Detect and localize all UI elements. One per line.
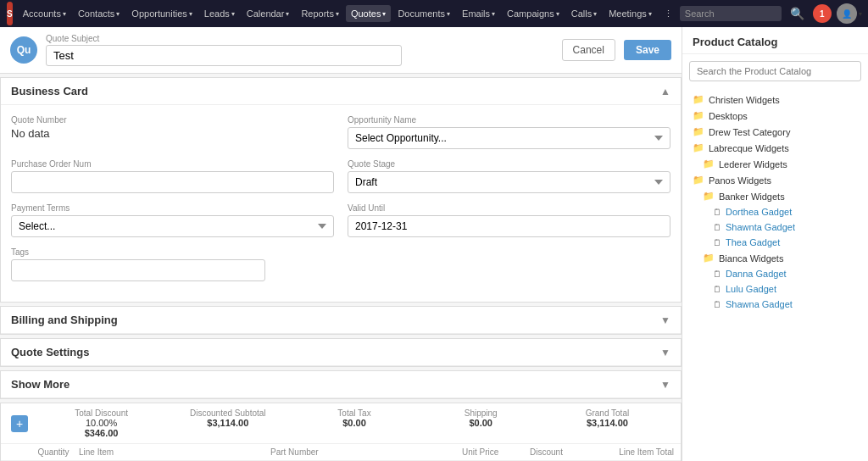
shipping-col: Shipping $0.00 [418,408,544,438]
nav-item-accounts[interactable]: Accounts ▾ [18,5,71,22]
product-icon: 🗒 [713,238,721,247]
th-line-item: Line Item [79,447,270,457]
payment-terms-select[interactable]: Select... [11,215,334,237]
tree-item-label: Desktops [709,111,748,121]
total-discount-label: Total Discount 10.00% [38,408,164,428]
tree-item-label: Shawna Gadget [726,299,793,309]
billing-shipping-header[interactable]: Billing and Shipping ▼ [1,307,681,334]
tree-item-label: Danna Gadget [726,269,787,279]
nav-item-contacts[interactable]: Contacts ▾ [73,5,125,22]
tree-item-label: Bianca Widgets [719,253,783,264]
search-icon[interactable]: 🔍 [787,5,808,22]
add-line-item-button[interactable]: + [11,415,28,432]
nav-item-leads[interactable]: Leads ▾ [199,5,240,22]
chevron-down-icon: ▾ [116,10,120,18]
valid-until-group: Valid Until [348,203,670,237]
user-menu[interactable]: 👤 ▾ [837,3,862,24]
chevron-down-icon: ▾ [231,10,235,18]
business-card-header[interactable]: Business Card ▲ [1,78,681,105]
folder-icon: 📁 [693,126,704,137]
form-row-1: Quote Number No data Opportunity Name Se… [11,115,670,149]
catalog-product-item[interactable]: 🗒Shawnta Gadget [682,219,868,235]
catalog-folder-item[interactable]: 📁Desktops [682,108,868,124]
opportunity-name-select[interactable]: Select Opportunity... [348,127,670,149]
tags-input[interactable] [11,259,265,281]
grand-total-label: Grand Total [544,408,670,418]
chevron-down-icon: ▾ [189,10,192,18]
catalog-search-input[interactable] [689,61,861,81]
catalog-product-item[interactable]: 🗒Shawna Gadget [682,297,868,312]
nav-item-reports[interactable]: Reports ▾ [296,5,344,22]
folder-icon: 📁 [693,94,704,105]
folder-icon: 📁 [703,253,715,264]
nav-item-meetings[interactable]: Meetings ▾ [604,5,657,22]
quote-subject-input[interactable] [46,45,402,66]
th-part-number: Part Number [270,447,462,457]
tree-item-label: Lederer Widgets [719,159,787,169]
save-button[interactable]: Save [624,40,671,60]
quote-settings-section: Quote Settings ▼ [0,338,682,367]
quote-avatar: Qu [10,36,37,64]
chevron-up-icon: ▲ [660,86,670,97]
catalog-folder-item[interactable]: 📁Drew Test Category [682,124,868,140]
valid-until-label: Valid Until [348,203,670,213]
user-icon: 👤 [842,9,852,19]
search-input[interactable] [680,6,782,21]
valid-until-input[interactable] [348,215,670,237]
chevron-down-icon: ▾ [63,10,66,18]
quote-subject-field: Quote Subject [46,34,554,66]
nav-item-opportunities[interactable]: Opportunities ▾ [126,5,197,22]
nav-right-area: 🔍 1 👤 ▾ + [680,3,868,24]
nav-item-documents[interactable]: Documents ▾ [392,5,455,22]
nav-item-calendar[interactable]: Calendar ▾ [242,5,295,22]
billing-shipping-section: Billing and Shipping ▼ [0,306,682,335]
catalog-product-item[interactable]: 🗒Dorthea Gadget [682,204,868,219]
catalog-folder-item[interactable]: 📁Lederer Widgets [682,156,868,172]
totals-header-row: + Total Discount 10.00% $346.00 Discount… [1,403,681,444]
app-logo[interactable]: S [7,2,13,25]
catalog-folder-item[interactable]: 📁Bianca Widgets [682,250,868,266]
catalog-product-item[interactable]: 🗒Lulu Gadget [682,281,868,297]
catalog-folder-item[interactable]: 📁Labrecque Widgets [682,140,868,156]
opportunity-name-label: Opportunity Name [348,115,670,125]
total-tax-col: Total Tax $0.00 [291,408,417,438]
totals-bar: + Total Discount 10.00% $346.00 Discount… [0,403,682,461]
chevron-down-icon: ▾ [593,10,597,18]
folder-icon: 📁 [703,191,715,202]
tree-item-label: Christen Widgets [709,95,780,105]
nav-more-button[interactable]: ⋮ [659,5,678,23]
quote-stage-group: Quote Stage Draft Delivered On Hold Conf… [348,159,670,193]
top-navigation: S Accounts ▾ Contacts ▾ Opportunities ▾ … [0,0,868,27]
th-quantity: Quantity [28,447,79,457]
cancel-button[interactable]: Cancel [562,39,615,61]
show-more-header[interactable]: Show More ▼ [1,371,681,398]
tree-item-label: Banker Widgets [719,192,785,202]
tags-group: Tags [11,247,670,281]
quote-settings-header[interactable]: Quote Settings ▼ [1,339,681,366]
catalog-product-item[interactable]: 🗒Danna Gadget [682,266,868,281]
grand-total-col: Grand Total $3,114.00 [544,408,670,438]
chevron-down-icon: ▾ [859,10,862,18]
nav-item-quotes[interactable]: Quotes ▾ [346,5,391,22]
nav-item-calls[interactable]: Calls ▾ [566,5,602,22]
quote-subject-bar: Qu Quote Subject Cancel Save [0,27,682,74]
catalog-folder-item[interactable]: 📁Christen Widgets [682,92,868,108]
folder-icon: 📁 [703,158,715,169]
nav-item-campaigns[interactable]: Campaigns ▾ [502,5,565,22]
purchase-order-input[interactable] [11,171,334,193]
tree-item-label: Lulu Gadget [726,284,776,294]
form-row-2: Purchase Order Num Quote Stage Draft Del… [11,159,670,193]
tree-item-label: Panos Widgets [709,175,771,186]
quote-stage-select[interactable]: Draft Delivered On Hold Confirmed Closed… [348,171,670,193]
tree-item-label: Labrecque Widgets [709,143,789,153]
show-more-section: Show More ▼ [0,370,682,399]
nav-item-emails[interactable]: Emails ▾ [457,5,500,22]
catalog-product-item[interactable]: 🗒Thea Gadget [682,235,868,250]
total-tax-value: $0.00 [291,418,417,428]
tree-item-label: Drew Test Category [709,127,790,137]
catalog-folder-item[interactable]: 📁Banker Widgets [682,188,868,204]
chevron-down-icon: ▾ [286,10,289,18]
catalog-folder-item[interactable]: 📁Panos Widgets [682,172,868,188]
main-layout: Qu Quote Subject Cancel Save Business Ca… [0,27,868,461]
user-avatar[interactable]: 1 [813,4,832,23]
